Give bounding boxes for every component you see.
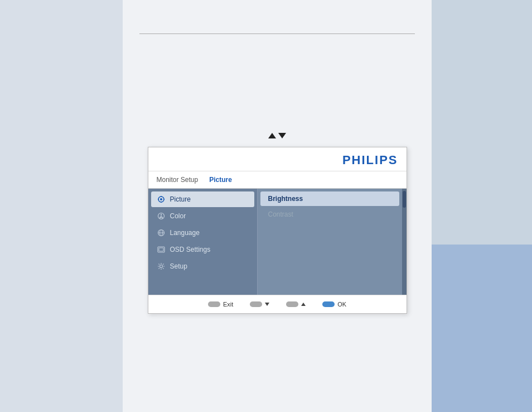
content-area: PHILIPS Monitor Setup Picture [139, 45, 415, 401]
menu-item-osd-settings[interactable]: OSD Settings [151, 242, 254, 257]
color-icon [157, 212, 166, 221]
svg-point-12 [159, 265, 162, 267]
ok-btn-icon [322, 301, 335, 307]
menu-label-color: Color [170, 212, 186, 220]
menu-item-picture[interactable]: Picture [151, 191, 254, 207]
up-arrow-icon [301, 303, 306, 306]
svg-point-1 [160, 198, 162, 200]
sidebar-right-top [432, 0, 532, 245]
menu-item-language[interactable]: Language [151, 225, 254, 241]
menu-item-color[interactable]: Color [151, 208, 254, 224]
nav-arrows-indicator [268, 133, 286, 138]
osd-scrollbar[interactable] [402, 189, 407, 295]
menu-label-picture: Picture [170, 195, 191, 203]
osd-footer: Exit OK [148, 295, 407, 313]
menu-label-osd-settings: OSD Settings [170, 246, 211, 253]
setup-icon [157, 262, 166, 271]
exit-label: Exit [223, 301, 233, 308]
submenu-item-empty-2 [260, 238, 399, 253]
menu-label-language: Language [170, 229, 200, 237]
submenu-item-brightness[interactable]: Brightness [260, 191, 399, 206]
submenu-item-empty-1 [260, 223, 399, 237]
osd-submenu: Brightness Contrast [257, 189, 402, 295]
osd-body: Picture Color [148, 189, 407, 295]
sidebar-left [0, 0, 123, 412]
exit-btn-icon [208, 301, 220, 307]
svg-rect-11 [159, 248, 163, 251]
down-button[interactable] [250, 301, 269, 307]
menu-label-setup: Setup [170, 262, 187, 270]
down-arrow-icon [265, 303, 269, 306]
osd-settings-icon [157, 245, 166, 254]
osd-scroll-thumb[interactable] [403, 191, 406, 208]
sidebar-right [432, 0, 532, 412]
ok-label: OK [337, 301, 346, 308]
up-button[interactable] [286, 301, 306, 307]
osd-menu: Picture Color [148, 189, 257, 295]
exit-button[interactable]: Exit [208, 301, 233, 308]
picture-icon [157, 195, 166, 204]
osd-nav-picture[interactable]: Picture [209, 174, 243, 186]
ok-button[interactable]: OK [322, 301, 346, 308]
down-btn-icon [250, 301, 262, 307]
up-btn-icon [286, 301, 298, 307]
osd-nav-bar: Monitor Setup Picture [148, 171, 407, 189]
philips-logo: PHILIPS [342, 153, 398, 167]
submenu-item-contrast[interactable]: Contrast [260, 207, 399, 222]
osd-header: PHILIPS [148, 147, 407, 171]
submenu-item-empty-3 [260, 254, 399, 269]
language-icon [157, 228, 166, 237]
sidebar-right-blue [432, 245, 532, 412]
arrow-down-icon [278, 133, 286, 138]
osd-monitor-box: PHILIPS Monitor Setup Picture [148, 147, 407, 314]
menu-item-setup[interactable]: Setup [151, 258, 254, 274]
main-content: PHILIPS Monitor Setup Picture [123, 0, 432, 412]
top-divider [139, 33, 415, 34]
osd-nav-monitor-setup[interactable]: Monitor Setup [157, 174, 210, 186]
arrow-up-icon [268, 133, 276, 138]
